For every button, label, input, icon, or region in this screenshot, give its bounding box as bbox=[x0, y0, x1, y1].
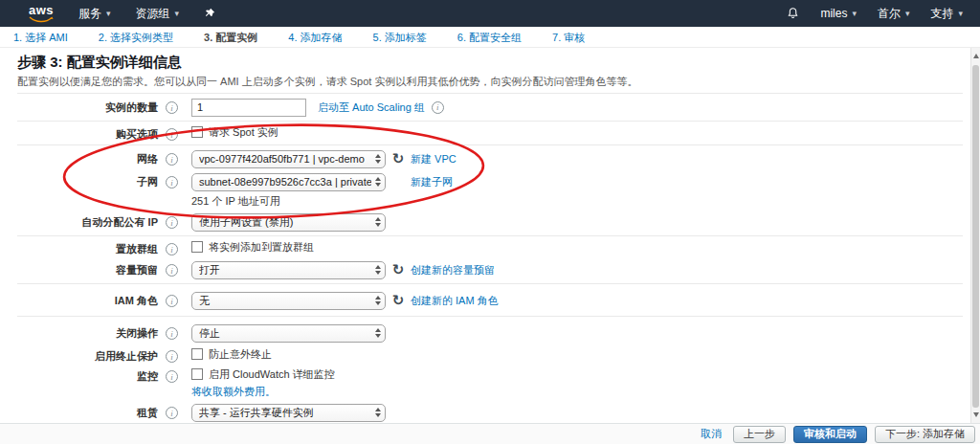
tenancy-label-wrap: 租赁 i bbox=[17, 403, 178, 420]
info-icon[interactable]: i bbox=[166, 216, 178, 229]
tab-configure-security-group[interactable]: 6. 配置安全组 bbox=[456, 31, 523, 50]
tab-add-storage[interactable]: 4. 添加存储 bbox=[286, 31, 344, 50]
info-icon[interactable]: i bbox=[166, 327, 178, 340]
form-row-monitoring: 监控 i 启用 CloudWatch 详细监控 将收取额外费用。 bbox=[17, 366, 963, 399]
services-menu[interactable]: 服务 ▾ bbox=[78, 6, 111, 22]
divider bbox=[17, 93, 963, 94]
auto-ip-select[interactable]: 使用子网设置 (禁用) bbox=[191, 213, 386, 232]
create-iam-role-link[interactable]: 创建新的 IAM 角色 bbox=[411, 294, 499, 308]
instance-count-input[interactable] bbox=[191, 99, 306, 117]
resource-groups-menu[interactable]: 资源组 ▾ bbox=[136, 6, 180, 22]
form-row-subnet: 子网 i subnet-08e997b9526c7cc3a | private-… bbox=[17, 172, 963, 209]
select-arrows-icon bbox=[371, 154, 381, 164]
iam-role-select[interactable]: 无 bbox=[191, 292, 386, 310]
previous-button[interactable]: 上一步 bbox=[733, 426, 786, 443]
tab-review[interactable]: 7. 审核 bbox=[550, 31, 587, 50]
info-icon[interactable]: i bbox=[166, 153, 178, 166]
support-menu[interactable]: 支持 ▾ bbox=[930, 6, 963, 22]
capacity-label-wrap: 容量预留 i bbox=[17, 260, 178, 278]
divider bbox=[17, 316, 963, 317]
scroll-down-arrow-icon[interactable] bbox=[973, 412, 979, 417]
termination-protection-checkbox-label: 防止意外终止 bbox=[209, 347, 272, 362]
shutdown-select[interactable]: 停止 bbox=[191, 324, 386, 343]
placement-group-checkbox[interactable] bbox=[191, 241, 203, 253]
info-icon[interactable]: i bbox=[166, 176, 178, 189]
instance-count-label-wrap: 实例的数量 i bbox=[17, 98, 178, 115]
tab-choose-ami[interactable]: 1. 选择 AMI bbox=[11, 31, 70, 50]
chevron-down-icon: ▾ bbox=[958, 9, 963, 18]
info-icon[interactable]: i bbox=[166, 264, 178, 277]
region-menu[interactable]: 首尔 ▾ bbox=[878, 6, 910, 22]
refresh-icon[interactable]: ↻ bbox=[386, 292, 411, 309]
shutdown-select-value: 停止 bbox=[199, 326, 371, 341]
info-icon[interactable]: i bbox=[166, 370, 178, 383]
termination-label: 启用终止保护 bbox=[95, 349, 158, 364]
create-new-subnet-link[interactable]: 新建子网 bbox=[411, 175, 453, 189]
launch-into-auto-scaling-link[interactable]: 启动至 Auto Scaling 组 bbox=[318, 100, 425, 115]
capacity-select[interactable]: 打开 bbox=[191, 261, 386, 279]
termination-label-wrap: 启用终止保护 i bbox=[17, 346, 178, 364]
subnet-select[interactable]: subnet-08e997b9526c7cc3a | private-subne… bbox=[191, 173, 386, 191]
monitoring-extra-fee-note[interactable]: 将收取额外费用。 bbox=[191, 385, 335, 399]
divider bbox=[17, 235, 963, 236]
info-icon[interactable]: i bbox=[166, 407, 178, 419]
form-row-purchase-option: 购买选项 i 请求 Spot 实例 bbox=[17, 124, 963, 142]
info-icon[interactable]: i bbox=[166, 243, 178, 255]
main-content: 步骤 3: 配置实例详细信息 配置实例以便满足您的需求。您可以从同一 AMI 上… bbox=[0, 48, 970, 423]
info-icon[interactable]: i bbox=[432, 101, 444, 114]
create-capacity-reservation-link[interactable]: 创建新的容量预留 bbox=[411, 263, 495, 278]
review-and-launch-button[interactable]: 审核和启动 bbox=[793, 426, 867, 443]
request-spot-checkbox[interactable] bbox=[191, 126, 203, 138]
user-menu[interactable]: miles ▾ bbox=[820, 7, 857, 20]
form-row-network: 网络 i vpc-0977f420af50fb771 | vpc-demo ↻ … bbox=[17, 149, 963, 168]
network-select[interactable]: vpc-0977f420af50fb771 | vpc-demo bbox=[191, 150, 386, 168]
info-icon[interactable]: i bbox=[166, 295, 178, 307]
info-icon[interactable]: i bbox=[166, 101, 178, 114]
capacity-label: 容量预留 bbox=[116, 263, 158, 278]
chevron-down-icon: ▾ bbox=[905, 9, 910, 18]
instance-count-label: 实例的数量 bbox=[105, 100, 158, 115]
wizard-tabs: 1. 选择 AMI 2. 选择实例类型 3. 配置实例 4. 添加存储 5. 添… bbox=[0, 27, 980, 48]
refresh-icon[interactable]: ↻ bbox=[386, 261, 411, 278]
iam-label: IAM 角色 bbox=[115, 294, 158, 308]
purchase-option-label-wrap: 购买选项 i bbox=[17, 124, 178, 142]
network-select-value: vpc-0977f420af50fb771 | vpc-demo bbox=[199, 153, 371, 165]
termination-protection-checkbox[interactable] bbox=[191, 348, 203, 360]
chevron-down-icon: ▾ bbox=[852, 9, 857, 18]
network-label: 网络 bbox=[137, 152, 158, 166]
aws-logo[interactable]: aws bbox=[29, 5, 54, 23]
cloudwatch-monitoring-checkbox[interactable] bbox=[191, 368, 203, 380]
tenancy-select[interactable]: 共享 - 运行共享硬件实例 bbox=[191, 404, 386, 422]
placement-label: 置放群组 bbox=[116, 242, 158, 256]
chevron-down-icon: ▾ bbox=[175, 9, 180, 18]
subnet-label: 子网 bbox=[137, 175, 158, 189]
select-arrows-icon bbox=[371, 177, 381, 187]
auto-ip-label-wrap: 自动分配公有 IP i bbox=[17, 212, 178, 230]
form-row-shutdown-behavior: 关闭操作 i 停止 bbox=[17, 323, 963, 343]
next-add-storage-button[interactable]: 下一步: 添加存储 bbox=[875, 426, 975, 443]
info-icon[interactable]: i bbox=[166, 350, 178, 363]
cancel-link[interactable]: 取消 bbox=[701, 427, 722, 441]
divider bbox=[17, 121, 963, 122]
support-menu-label: 支持 bbox=[930, 6, 953, 22]
tab-choose-instance-type[interactable]: 2. 选择实例类型 bbox=[97, 31, 175, 50]
tenancy-label: 租赁 bbox=[137, 406, 158, 420]
form-row-iam-role: IAM 角色 i 无 ↻ 创建新的 IAM 角色 bbox=[17, 291, 963, 310]
info-icon[interactable]: i bbox=[166, 128, 178, 141]
capacity-select-value: 打开 bbox=[199, 263, 371, 278]
create-new-vpc-link[interactable]: 新建 VPC bbox=[411, 152, 457, 166]
subnet-available-ips-note: 251 个 IP 地址可用 bbox=[191, 194, 453, 209]
scroll-up-arrow-icon[interactable] bbox=[973, 54, 979, 58]
tab-configure-instance[interactable]: 3. 配置实例 bbox=[202, 31, 259, 50]
aws-logo-text: aws bbox=[29, 5, 54, 16]
resource-groups-menu-label: 资源组 bbox=[136, 6, 170, 22]
pin-icon[interactable] bbox=[204, 8, 215, 19]
scrollbar-thumb[interactable] bbox=[972, 65, 979, 408]
scrollbar bbox=[970, 48, 980, 423]
iam-label-wrap: IAM 角色 i bbox=[17, 291, 178, 308]
bell-icon[interactable] bbox=[787, 7, 799, 20]
aws-smile-swoosh-icon bbox=[29, 16, 54, 23]
placement-group-checkbox-label: 将实例添加到置放群组 bbox=[209, 240, 314, 255]
refresh-icon[interactable]: ↻ bbox=[386, 150, 411, 167]
tab-add-tags[interactable]: 5. 添加标签 bbox=[371, 31, 429, 50]
